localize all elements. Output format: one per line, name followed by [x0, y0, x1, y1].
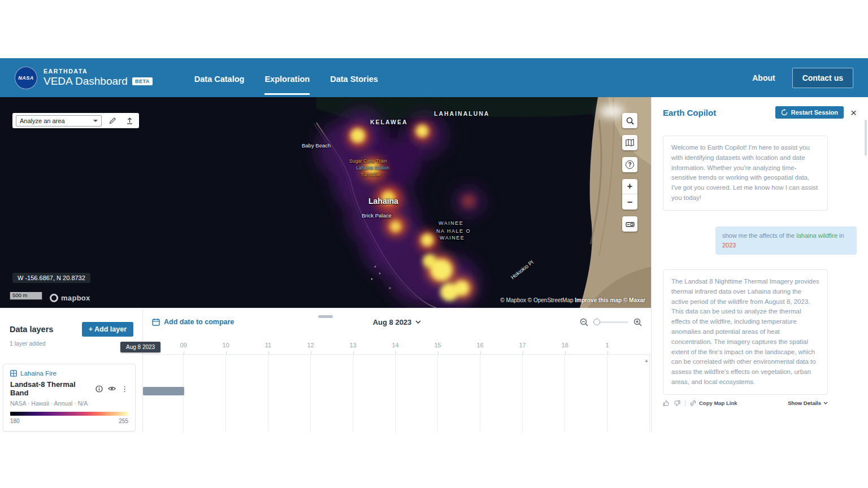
add-date-label: Add date to compare [164, 318, 234, 326]
copilot-scrollbar[interactable] [865, 120, 867, 156]
map-projection-button[interactable] [622, 216, 637, 232]
timeline-zoom-slider[interactable] [593, 319, 628, 325]
close-icon[interactable]: × [850, 107, 857, 118]
copilot-title: Earth Copilot [663, 108, 775, 117]
chevron-down-icon [415, 320, 421, 324]
bottom-panel: Data layers + Add layer 1 layer added La… [0, 308, 651, 432]
tick-label: 14 [374, 342, 416, 348]
timeline-grid[interactable] [143, 355, 651, 432]
nav-exploration[interactable]: Exploration [264, 61, 310, 95]
map-zoom-in-button[interactable]: + [622, 179, 637, 194]
attribution-text: © Mapbox © OpenStreetMap [500, 297, 573, 303]
map-canvas[interactable] [0, 97, 651, 308]
earthdata-label: EARTHDATA [44, 68, 153, 75]
map-label-lahainaluna: LAHAINALUNA [434, 110, 489, 117]
layer-options-kebab-icon[interactable]: ⋮ [121, 385, 128, 393]
map-label-na-hale: NA HALE O [436, 228, 471, 234]
map-label-kelawea: KELAWEA [370, 119, 408, 125]
map-search-button[interactable] [622, 113, 637, 128]
data-layers-sidebar: Data layers + Add layer 1 layer added La… [0, 308, 143, 432]
tick-label: 09 [162, 342, 205, 348]
timeline-scroll-up-icon[interactable]: ▲ [644, 358, 649, 363]
tick-label: 17 [501, 342, 544, 348]
user-message-text: show me the affects of the [722, 232, 796, 239]
show-details-button[interactable]: Show Details [788, 400, 828, 406]
improve-map-link[interactable]: Improve this map [575, 297, 622, 303]
timeline: Add date to compare Aug 8 2023 [143, 308, 651, 432]
tick-label: 1 [586, 342, 628, 348]
add-date-to-compare-button[interactable]: Add date to compare [152, 318, 234, 326]
layer-name: Landsat-8 Thermal Band [10, 380, 96, 397]
mapbox-logo[interactable]: mapbox [50, 294, 90, 302]
thumbs-up-icon[interactable] [663, 400, 670, 407]
tick-label: 16 [459, 342, 501, 348]
brand-text: EARTHDATA VEDA Dashboard BETA [44, 68, 153, 88]
timeline-zoom-in-icon[interactable] [633, 318, 642, 326]
response-actions: Copy Map Link Show Details [663, 400, 828, 407]
layer-visibility-eye-icon[interactable] [108, 386, 116, 391]
main-nav: Data Catalog Exploration Data Stories [194, 61, 378, 95]
entity-date: 2023 [722, 242, 736, 249]
thumbs-down-icon[interactable] [674, 400, 680, 407]
user-message-text: in [837, 232, 844, 239]
analyze-area-select[interactable]: Analyze an area [16, 115, 102, 127]
tick-label: 10 [205, 342, 247, 348]
add-layer-button[interactable]: + Add layer [82, 322, 133, 337]
about-link[interactable]: About [752, 73, 775, 82]
calendar-icon [152, 318, 160, 326]
timeline-date-axis: 09 10 11 12 13 14 15 16 17 18 1 [143, 336, 651, 355]
show-details-label: Show Details [788, 400, 821, 406]
attribution-maxar: © Maxar [623, 297, 645, 303]
restart-icon [781, 109, 788, 116]
selected-date-picker[interactable]: Aug 8 2023 [373, 318, 422, 326]
tick-label: 15 [416, 342, 459, 348]
map-label-turntable: Turntable [361, 172, 381, 177]
copilot-welcome-message: Welcome to Earth Copilot! I'm here to as… [663, 136, 828, 211]
content: KELAWEA LAHAINALUNA Baby Beach Sugar Can… [0, 97, 868, 432]
map-controls: ? + − [622, 113, 637, 232]
upload-aoi-button[interactable] [123, 115, 136, 127]
map-help-button[interactable]: ? [622, 157, 637, 172]
draw-aoi-pencil-button[interactable] [106, 115, 119, 127]
map-label-brick-palace: Brick Palace [362, 212, 392, 219]
layer-meta: NASA · Hawaii · Annual · N/A [10, 400, 128, 407]
cursor-coordinates: W -156.6867, N 20.8732 [12, 273, 90, 283]
tick-label: 11 [247, 342, 289, 348]
selected-date-value: Aug 8 2023 [373, 318, 412, 326]
analyze-area-select-value: Analyze an area [20, 117, 65, 124]
user-message: show me the affects of the lahaina wildf… [715, 226, 857, 255]
analyze-area-toolbar: Analyze an area [12, 113, 139, 128]
nasa-logo-text: NASA [18, 75, 34, 81]
map-label-lahaina: Lahaina [368, 197, 398, 206]
tick-label: 18 [544, 342, 586, 348]
brand-home-link[interactable]: NASA EARTHDATA VEDA Dashboard BETA [15, 67, 153, 89]
nav-data-catalog[interactable]: Data Catalog [194, 61, 245, 95]
layer-info-icon[interactable] [96, 385, 103, 393]
copy-map-link-label: Copy Map Link [699, 400, 737, 406]
tick-label: 12 [289, 342, 332, 348]
map[interactable]: KELAWEA LAHAINALUNA Baby Beach Sugar Can… [0, 97, 651, 308]
layer-group-icon [10, 370, 17, 377]
slider-knob[interactable] [593, 319, 600, 325]
tick-label: 13 [332, 342, 374, 348]
copilot-response-message: The Landsat 8 Nighttime Thermal Imagery … [663, 269, 828, 395]
copy-map-link-button[interactable]: Copy Map Link [690, 400, 737, 406]
restart-session-button[interactable]: Restart Session [775, 106, 844, 119]
timeline-zoom-out-icon[interactable] [580, 318, 588, 326]
map-label-lahaina-station: Lahaina Station [356, 165, 389, 171]
mapbox-wordmark: mapbox [61, 294, 90, 302]
beta-badge: BETA [132, 77, 153, 85]
nav-data-stories[interactable]: Data Stories [330, 61, 378, 95]
link-icon [690, 400, 696, 406]
app-header: NASA EARTHDATA VEDA Dashboard BETA Data … [0, 58, 868, 97]
map-zoom-control: + − [622, 179, 637, 210]
map-attribution: © Mapbox © OpenStreetMap Improve this ma… [500, 297, 645, 303]
map-basemap-button[interactable] [622, 135, 637, 150]
layer-group-label: Lahaina Fire [20, 370, 57, 377]
contact-us-button[interactable]: Contact us [792, 68, 853, 88]
panel-drag-handle[interactable] [318, 315, 333, 318]
page: NASA EARTHDATA VEDA Dashboard BETA Data … [0, 0, 868, 488]
map-zoom-out-button[interactable]: − [622, 194, 637, 210]
main-column: KELAWEA LAHAINALUNA Baby Beach Sugar Can… [0, 97, 651, 432]
earth-copilot-panel: Earth Copilot Restart Session × Welcome … [651, 97, 868, 432]
